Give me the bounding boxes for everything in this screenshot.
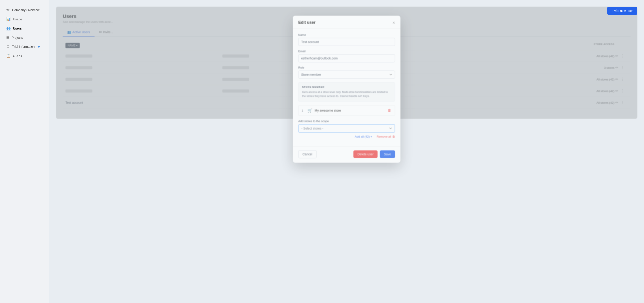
store-delete-button[interactable]: 🗑 (387, 108, 392, 113)
role-info-box: STORE MEMBER Gets access at a store leve… (298, 82, 395, 102)
edit-user-modal: Edit user × Name Email (293, 16, 400, 163)
footer-right-buttons: Delete user Save (353, 150, 395, 158)
add-stores-label: Add stores to the scope (298, 120, 395, 123)
users-page-background: Users See and manage the users with acce… (56, 7, 637, 119)
modal-body: Name Email Role Store member Admin (293, 29, 400, 146)
stores-actions: Add all (42) + Remove all 🗑 (298, 135, 395, 138)
company-icon: 👁 (6, 8, 10, 12)
role-info-description: Gets access at a store level only. Multi… (302, 90, 391, 98)
role-label: Role (298, 66, 395, 69)
select-stores-wrapper: - Select stores - (298, 124, 395, 133)
sidebar-label-projects: Projects (12, 36, 23, 40)
stores-list: 1 🛒 My awesome store 🗑 (298, 105, 395, 116)
trial-icon: ⏱ (6, 44, 10, 49)
add-stores-group: Add stores to the scope - Select stores … (298, 120, 395, 138)
modal-title: Edit user (298, 20, 316, 25)
sidebar-item-gdpr[interactable]: 📋 GDPR (2, 51, 47, 60)
modal-close-button[interactable]: × (392, 20, 395, 25)
store-item: 1 🛒 My awesome store 🗑 (298, 105, 395, 116)
sidebar-label-trial: Trial Information (12, 45, 35, 48)
sidebar-item-users[interactable]: 👥 Users (2, 24, 47, 33)
cancel-button[interactable]: Cancel (298, 150, 316, 158)
sidebar-label-users: Users (13, 27, 22, 30)
name-field-group: Name (298, 33, 395, 46)
modal-header: Edit user × (293, 16, 400, 29)
select-stores-dropdown[interactable]: - Select stores - (298, 124, 395, 133)
sidebar-label-company-overview: Company Overview (12, 8, 40, 12)
sidebar-item-usage[interactable]: 📊 Usage (2, 15, 47, 24)
projects-icon: ☰ (6, 36, 10, 40)
email-label: Email (298, 50, 395, 53)
store-name: My awesome store (314, 109, 385, 112)
modal-overlay: Edit user × Name Email (56, 7, 637, 119)
gdpr-icon: 📋 (6, 54, 11, 58)
sidebar-label-usage: Usage (13, 18, 22, 21)
add-all-link[interactable]: Add all (42) + (355, 135, 372, 138)
save-button[interactable]: Save (380, 150, 395, 158)
modal-footer: Cancel Delete user Save (293, 146, 400, 163)
email-input[interactable] (298, 54, 395, 62)
sidebar-item-projects[interactable]: ☰ Projects (2, 33, 47, 42)
trial-dot (38, 46, 40, 48)
sidebar: 👁 Company Overview 📊 Usage 👥 Users ☰ Pro… (0, 0, 49, 303)
store-icon: 🛒 (308, 108, 312, 113)
name-label: Name (298, 33, 395, 36)
role-info-title: STORE MEMBER (302, 86, 391, 88)
remove-all-label: Remove all (377, 135, 391, 138)
store-number: 1 (302, 109, 305, 112)
trash-icon: 🗑 (392, 135, 395, 138)
invite-new-user-button[interactable]: Invite new user (607, 7, 637, 15)
delete-user-button[interactable]: Delete user (353, 150, 378, 158)
email-field-group: Email (298, 50, 395, 62)
role-field-group: Role Store member Admin Owner (298, 66, 395, 79)
name-input[interactable] (298, 38, 395, 46)
sidebar-label-gdpr: GDPR (13, 54, 22, 58)
users-icon: 👥 (6, 26, 11, 30)
role-select[interactable]: Store member Admin Owner (298, 70, 395, 79)
usage-icon: 📊 (6, 17, 11, 21)
sidebar-item-company-overview[interactable]: 👁 Company Overview (2, 6, 47, 14)
main-content: Users See and manage the users with acce… (49, 0, 644, 303)
remove-all-link[interactable]: Remove all 🗑 (377, 135, 395, 138)
sidebar-item-trial-information[interactable]: ⏱ Trial Information (2, 42, 47, 51)
